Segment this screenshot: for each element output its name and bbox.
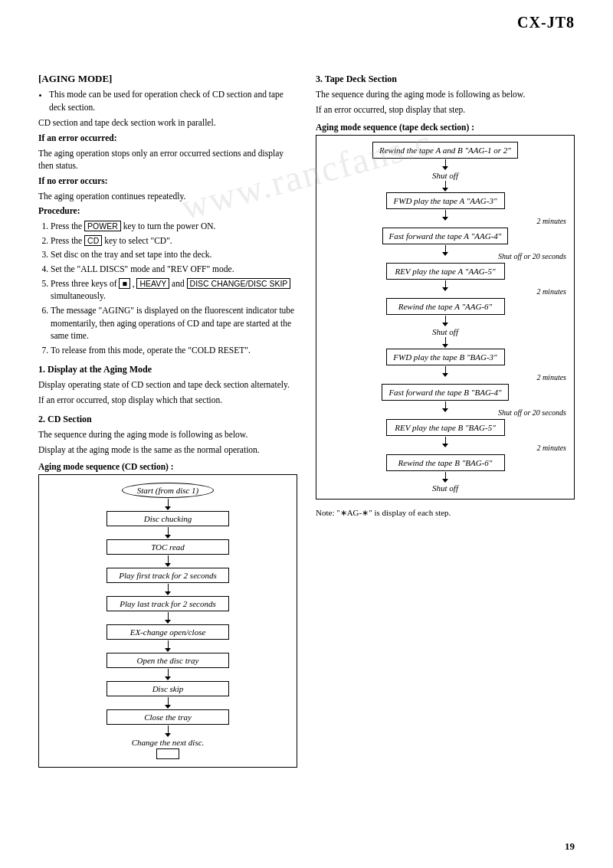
fr-arrow-10 [442, 366, 448, 377]
fr-2min-4: 2 minutes [536, 444, 566, 452]
fr-fwd-b: FWD play the tape B "BAG-3" [386, 349, 505, 365]
if-error-body: The aging operation stops only an error … [38, 147, 297, 172]
fr-shutoff-20s-1: Shut off or 20 seconds [498, 252, 566, 260]
cd-flowchart: Start (from disc 1) Disc chucking TOC re… [38, 474, 297, 768]
fr-rewind-a: Rewind the tape A "AAG-6" [386, 298, 505, 315]
fr-arrow-16 [442, 472, 448, 483]
fr-fwd-a: FWD play the tape A "AAG-3" [386, 192, 505, 209]
fr-2min-3: 2 minutes [536, 373, 566, 382]
fr-rev-b: REV play the tape B "BAG-5" [386, 419, 505, 436]
flow-start: Start (from disc 1) [122, 483, 214, 498]
aging-mode-heading: [AGING MODE] [38, 73, 297, 85]
fr-rewind-b: Rewind the tape B "BAG-6" [386, 454, 505, 471]
proc-step-2: Press the CD key to select "CD". [51, 234, 297, 247]
flow-disc-skip: Disc skip [107, 681, 229, 696]
flow-close-tray: Close the tray [107, 709, 229, 725]
aging-mode-parallel: CD section and tape deck section work in… [38, 116, 297, 129]
flow-play-first: Play first track for 2 seconds [107, 568, 229, 583]
flow-ex-change: EX-change open/close [107, 624, 229, 640]
flow-open-tray: Open the disc tray [107, 653, 229, 668]
fr-arrow-12 [442, 401, 448, 412]
fr-shutoff-final: Shut off [432, 483, 458, 493]
cd-section-heading: 2. CD Section [38, 414, 92, 424]
display-aging-body1: Display operating state of CD section an… [38, 378, 297, 391]
tape-deck-body1: The sequence during the aging mode is fo… [316, 88, 575, 101]
page-number: 19 [565, 840, 575, 853]
flow-arrow-0 [165, 499, 171, 510]
left-column: [AGING MODE] This mode can be used for o… [38, 73, 297, 768]
fr-shutoff-2: Shut off [432, 327, 458, 336]
flow-toc-read: TOC read [107, 539, 229, 555]
fr-arrow-0 [442, 159, 448, 170]
flow-arrow-2 [165, 555, 171, 567]
proc-step-4: Set the "ALL DISCS" mode and "REV OFF" m… [51, 263, 297, 276]
tape-deck-body2: If an error occurred, stop display that … [316, 103, 575, 116]
fr-ff-a: Fast forward the tape A "AAG-4" [382, 228, 509, 244]
if-error-heading: If an error occurred: [38, 133, 117, 142]
fr-2min-1: 2 minutes [536, 217, 566, 225]
flow-arrow-6 [165, 669, 171, 680]
fr-arrow-9 [442, 337, 448, 348]
tape-flowchart: Rewind the tape A and B "AAG-1 or 2" Shu… [316, 135, 575, 500]
cd-section-body2: Display at the aging mode is the same as… [38, 444, 297, 457]
proc-step-3: Set disc on the tray and set tape into t… [51, 248, 297, 261]
procedure-heading: Procedure: [38, 206, 80, 215]
flow-arrow-3 [165, 584, 171, 595]
flow-arrow-4 [165, 612, 171, 624]
flow-arrow-7 [165, 697, 171, 709]
fr-rev-a: REV play the tape A "AAG-5" [386, 263, 505, 280]
fr-rewind-ab: Rewind the tape A and B "AAG-1 or 2" [372, 142, 518, 159]
fr-arrow-14 [442, 437, 448, 447]
fr-shutoff-1: Shut off [432, 171, 458, 180]
flow-play-last: Play last track for 2 seconds [107, 596, 229, 611]
tape-deck-heading: 3. Tape Deck Section [316, 74, 397, 84]
fr-arrow-8 [442, 316, 448, 326]
flow-change-disc: Change the next disc. [132, 738, 205, 747]
display-aging-heading: 1. Display at the Aging Mode [38, 364, 152, 375]
proc-step-1: Press the POWER key to turn the power ON… [51, 220, 297, 233]
flow-disc-chucking: Disc chucking [107, 511, 229, 526]
fr-arrow-2 [442, 210, 448, 221]
cd-flow-label: Aging mode sequence (CD section) : [38, 462, 297, 471]
proc-step-5: Press three keys of ■ , HEAVY and DISC C… [51, 277, 297, 303]
flow-arrow-1 [165, 527, 171, 539]
flow-arrow-8 [165, 726, 171, 737]
note-text: Note: "∗AG-∗" is display of each step. [316, 507, 575, 519]
fr-arrow-6 [442, 280, 448, 291]
aging-mode-bullet-1: This mode can be used for operation chec… [49, 88, 297, 113]
tape-flow-label: Aging mode sequence (tape deck section) … [316, 123, 575, 132]
page-header-title: CX-JT8 [517, 14, 575, 31]
if-no-error-body: The aging operation continues repeatedly… [38, 190, 297, 203]
cd-section-body1: The sequence during the aging mode is fo… [38, 428, 297, 441]
proc-step-7: To release from this mode, operate the "… [51, 344, 297, 357]
flow-arrow-5 [165, 640, 171, 652]
if-no-error-heading: If no error occurs: [38, 176, 108, 185]
right-column: 3. Tape Deck Section The sequence during… [316, 73, 575, 768]
fr-ff-b: Fast forward the tape B "BAG-4" [382, 384, 508, 401]
fr-arrow-4 [442, 245, 448, 256]
fr-2min-2: 2 minutes [536, 287, 566, 296]
fr-shutoff-20s-2: Shut off or 20 seconds [498, 408, 566, 417]
display-aging-body2: If an error occurred, stop display which… [38, 394, 297, 407]
fr-arrow-1 [442, 181, 448, 192]
proc-step-6: The message "AGING" is displayed on the … [51, 304, 297, 342]
